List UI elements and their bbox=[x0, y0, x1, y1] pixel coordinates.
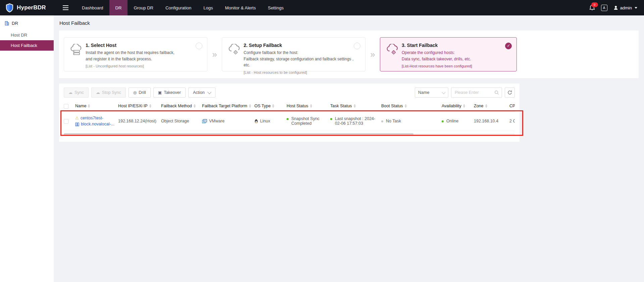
building-icon bbox=[5, 21, 9, 25]
nav-item-settings[interactable]: Settings bbox=[262, 0, 290, 15]
host-table-panel: ☁ Sync ☁ Stop Sync ◎ Drill ▣ Takeover Ac… bbox=[59, 83, 519, 142]
step-card-start-failback[interactable]: 3. Start Failback Operate the configured… bbox=[380, 37, 517, 71]
status-dot-green bbox=[442, 120, 444, 122]
sort-icon[interactable] bbox=[463, 104, 465, 108]
col-cpu[interactable]: CPU bbox=[509, 101, 515, 111]
warning-icon: ⚠ bbox=[75, 116, 79, 120]
sidebar: DR Host DR Host Failback bbox=[0, 15, 54, 282]
scrollbar-thumb[interactable] bbox=[64, 133, 413, 136]
step-radio-unchecked-icon bbox=[354, 43, 360, 49]
col-zone[interactable]: Zone bbox=[474, 101, 509, 111]
nav-item-dashboard[interactable]: Dashboard bbox=[76, 0, 109, 15]
drill-button[interactable]: ◎ Drill bbox=[129, 88, 151, 98]
host-name-link-continued[interactable]: block.novalocal-... bbox=[81, 121, 114, 127]
drill-icon: ◎ bbox=[133, 91, 137, 95]
sort-icon[interactable] bbox=[310, 104, 312, 108]
col-host-status[interactable]: Host Status bbox=[287, 101, 330, 111]
search-box bbox=[451, 88, 502, 98]
sync-button[interactable]: ☁ Sync bbox=[64, 88, 89, 98]
top-navbar: HyperBDR Dashboard DR Group DR Configura… bbox=[0, 0, 644, 15]
sort-icon[interactable] bbox=[485, 104, 487, 108]
step-hint: [List - Unconfigured host resources] bbox=[86, 64, 175, 68]
sort-icon[interactable] bbox=[272, 104, 274, 108]
takeover-button[interactable]: ▣ Takeover bbox=[153, 88, 186, 98]
col-boot-status[interactable]: Boot Status bbox=[381, 101, 442, 111]
col-task-status[interactable]: Task Status bbox=[330, 101, 381, 111]
host-name-link[interactable]: centos7test- bbox=[81, 115, 103, 121]
col-target-platform[interactable]: Failback Target Platform bbox=[202, 101, 254, 111]
select-all-checkbox[interactable] bbox=[64, 104, 68, 109]
col-label: OS Type bbox=[254, 104, 270, 108]
sidebar-section-dr[interactable]: DR bbox=[0, 15, 54, 30]
filter-field-select[interactable]: Name bbox=[415, 88, 448, 98]
chevron-down-icon bbox=[207, 90, 211, 94]
cloud-sync-icon bbox=[386, 44, 402, 71]
nav-item-group-dr[interactable]: Group DR bbox=[128, 0, 159, 15]
cloud-server-icon bbox=[69, 44, 86, 71]
step-desc-line2: Data sync, failback takeover, drills, et… bbox=[402, 56, 472, 62]
refresh-button[interactable] bbox=[505, 88, 515, 98]
brand[interactable]: HyperBDR bbox=[0, 0, 58, 15]
col-label: Boot Status bbox=[381, 104, 403, 108]
sort-icon[interactable] bbox=[194, 104, 196, 108]
navbar-right: 0 admin bbox=[589, 0, 644, 15]
host-table: Name Host IP/ESXi IP Failback Method Fai… bbox=[64, 101, 515, 131]
stop-sync-icon: ☁ bbox=[96, 91, 100, 95]
col-availability[interactable]: Availability bbox=[442, 101, 474, 111]
step-card-select-host[interactable]: 1. Select Host Install the agent on the … bbox=[64, 37, 207, 71]
search-input[interactable] bbox=[454, 90, 494, 95]
step-desc: Operate the configured hosts: Data sync,… bbox=[402, 50, 472, 62]
col-label: Task Status bbox=[330, 104, 352, 108]
col-host-ip[interactable]: Host IP/ESXi IP bbox=[118, 101, 161, 111]
sort-icon[interactable] bbox=[88, 104, 90, 108]
step-desc: Configure failback for the host: Failbac… bbox=[244, 50, 360, 68]
col-label: Host Status bbox=[287, 104, 308, 108]
hamburger-icon bbox=[63, 5, 68, 10]
col-label: Host IP/ESXi IP bbox=[118, 104, 148, 108]
sort-icon[interactable] bbox=[249, 104, 251, 108]
drill-button-label: Drill bbox=[139, 90, 146, 95]
volume-icon bbox=[75, 122, 79, 126]
nav-item-logs[interactable]: Logs bbox=[197, 0, 219, 15]
language-button[interactable] bbox=[601, 5, 607, 11]
user-menu[interactable]: admin bbox=[613, 5, 637, 10]
sidebar-item-host-dr[interactable]: Host DR bbox=[0, 30, 54, 40]
main-content: Host Failback 1. Select Host Install the… bbox=[54, 15, 644, 282]
sync-icon: ☁ bbox=[68, 91, 72, 95]
table-row[interactable]: ⚠ centos7test- block.novalocal-... bbox=[64, 111, 515, 131]
step-desc: Install the agent on the host that requi… bbox=[86, 50, 175, 62]
col-name[interactable]: Name bbox=[75, 101, 118, 111]
notifications-button[interactable]: 0 bbox=[589, 5, 595, 11]
horizontal-scrollbar[interactable] bbox=[64, 133, 515, 136]
col-label: Availability bbox=[442, 104, 461, 108]
failback-steps-panel: 1. Select Host Install the agent on the … bbox=[59, 31, 639, 78]
sort-icon[interactable] bbox=[405, 104, 407, 108]
step-title: 1. Select Host bbox=[86, 43, 175, 48]
sort-icon[interactable] bbox=[149, 104, 151, 108]
chevron-down-icon bbox=[442, 90, 445, 94]
step-desc-line1: Configure failback for the host: bbox=[244, 50, 360, 56]
step-card-setup-failback[interactable]: 2. Setup Failback Configure failback for… bbox=[222, 37, 365, 71]
availability-text: Online bbox=[446, 119, 458, 123]
col-os-type[interactable]: OS Type bbox=[254, 101, 287, 111]
takeover-icon: ▣ bbox=[158, 91, 162, 95]
col-label: CPU bbox=[509, 104, 515, 108]
cloud-gear-icon bbox=[228, 44, 244, 71]
nav-item-monitor-alerts[interactable]: Monitor & Alerts bbox=[219, 0, 262, 15]
sort-icon[interactable] bbox=[354, 104, 356, 108]
step-desc-line1: Install the agent on the host that requi… bbox=[86, 50, 175, 56]
nav-item-configuration[interactable]: Configuration bbox=[159, 0, 197, 15]
step-title: 3. Start Failback bbox=[402, 43, 472, 48]
nav-item-dr[interactable]: DR bbox=[109, 0, 128, 15]
action-dropdown-button[interactable]: Action bbox=[188, 88, 215, 98]
step-hint: [List - Host resources to be configured] bbox=[244, 70, 360, 74]
menu-toggle-button[interactable] bbox=[58, 0, 72, 15]
row-checkbox[interactable] bbox=[64, 119, 68, 124]
cell-name: ⚠ centos7test- block.novalocal-... bbox=[75, 111, 118, 131]
stop-sync-button[interactable]: ☁ Stop Sync bbox=[91, 88, 126, 98]
status-dot-gray bbox=[381, 120, 383, 122]
col-failback-method[interactable]: Failback Method bbox=[161, 101, 202, 111]
cell-task-status: Last snapshot : 2024-02-06 17:57:03 bbox=[330, 111, 381, 131]
action-button-label: Action bbox=[193, 90, 205, 95]
sidebar-item-host-failback[interactable]: Host Failback bbox=[0, 40, 54, 51]
